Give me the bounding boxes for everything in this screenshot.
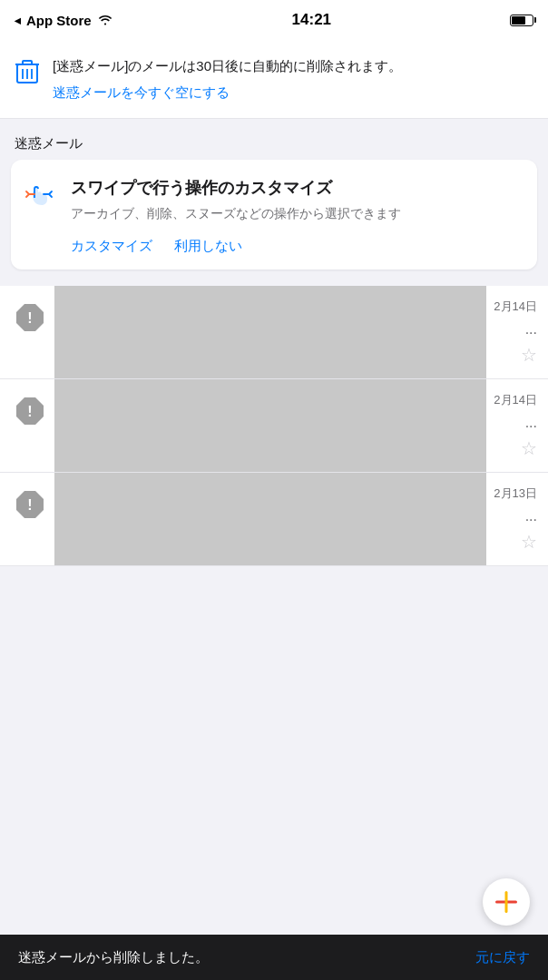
section-header: 迷惑メール	[0, 119, 548, 160]
mail-item[interactable]: ! 2月13日 ... ☆	[0, 473, 548, 566]
info-description: [迷惑メール]のメールは30日後に自動的に削除されます。	[53, 56, 533, 77]
mail-list: ! 2月14日 ... ☆ ! 2月14日 ... ☆ !	[0, 286, 548, 566]
mail-dots-1[interactable]: ...	[525, 322, 537, 337]
battery-icon	[510, 15, 533, 26]
mail-item-left-2: !	[0, 379, 54, 472]
status-left: ◂ App Store	[15, 13, 113, 28]
swipe-icon	[25, 180, 58, 216]
svg-rect-2	[23, 61, 32, 64]
mail-item-right-1: 2月14日 ... ☆	[486, 286, 548, 378]
toast-message: 迷惑メールから削除しました。	[18, 949, 209, 966]
mail-item[interactable]: ! 2月14日 ... ☆	[0, 286, 548, 379]
swipe-description: アーカイブ、削除、スヌーズなどの操作から選択できます	[71, 204, 401, 223]
mail-item-right-3: 2月13日 ... ☆	[486, 473, 548, 565]
svg-text:!: !	[27, 404, 32, 419]
mail-content-3	[54, 473, 486, 565]
mail-date-1: 2月14日	[494, 299, 537, 315]
info-text-block: [迷惑メール]のメールは30日後に自動的に削除されます。 迷惑メールを今すぐ空に…	[53, 56, 533, 102]
mail-item[interactable]: ! 2月14日 ... ☆	[0, 379, 548, 473]
svg-text:!: !	[27, 497, 32, 513]
mail-star-1[interactable]: ☆	[521, 344, 537, 366]
mail-dots-3[interactable]: ...	[525, 509, 537, 524]
compose-fab[interactable]	[483, 878, 530, 926]
info-banner: [迷惑メール]のメールは30日後に自動的に削除されます。 迷惑メールを今すぐ空に…	[0, 40, 548, 119]
mail-star-3[interactable]: ☆	[521, 531, 537, 553]
back-label[interactable]: App Store	[26, 13, 92, 28]
back-chevron: ◂	[15, 14, 21, 27]
customize-link[interactable]: カスタマイズ	[71, 238, 152, 255]
mail-star-2[interactable]: ☆	[521, 437, 537, 459]
mail-item-left-3: !	[0, 473, 54, 565]
trash-icon	[15, 58, 40, 89]
toast-undo-button[interactable]: 元に戻す	[475, 949, 530, 966]
mail-content-2	[54, 379, 486, 472]
bottom-toast: 迷惑メールから削除しました。 元に戻す	[0, 935, 548, 980]
mail-content-1	[54, 286, 486, 378]
wifi-icon	[97, 13, 113, 28]
swipe-text-block: スワイプで行う操作のカスタマイズ アーカイブ、削除、スヌーズなどの操作から選択で…	[71, 178, 401, 223]
status-time: 14:21	[292, 11, 331, 29]
swipe-card-inner: スワイプで行う操作のカスタマイズ アーカイブ、削除、スヌーズなどの操作から選択で…	[25, 178, 523, 223]
mail-date-2: 2月14日	[494, 392, 537, 408]
mail-item-right-2: 2月14日 ... ☆	[486, 379, 548, 472]
mail-item-left-1: !	[0, 286, 54, 378]
status-right	[510, 15, 533, 26]
swipe-actions: カスタマイズ 利用しない	[25, 238, 523, 255]
mail-date-3: 2月13日	[494, 485, 537, 502]
swipe-customize-card: スワイプで行う操作のカスタマイズ アーカイブ、削除、スヌーズなどの操作から選択で…	[11, 160, 537, 270]
status-bar: ◂ App Store 14:21	[0, 0, 548, 40]
empty-spam-link[interactable]: 迷惑メールを今すぐ空にする	[53, 84, 230, 100]
swipe-title: スワイプで行う操作のカスタマイズ	[71, 178, 401, 199]
dismiss-link[interactable]: 利用しない	[174, 238, 242, 255]
mail-dots-2[interactable]: ...	[525, 416, 537, 430]
svg-text:!: !	[27, 310, 32, 326]
